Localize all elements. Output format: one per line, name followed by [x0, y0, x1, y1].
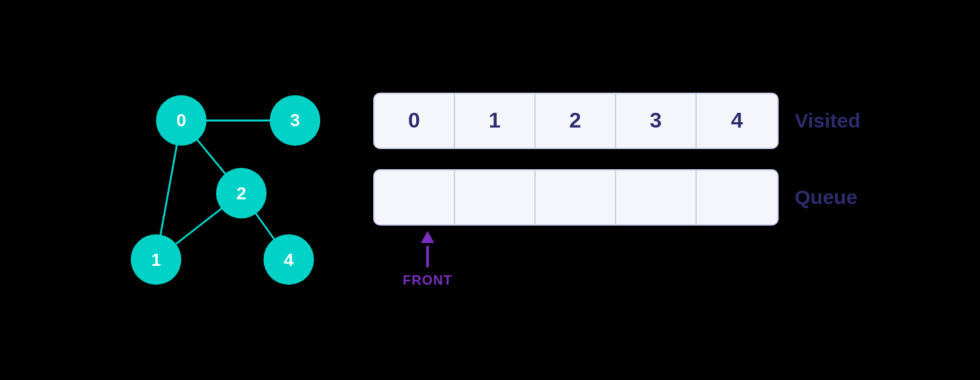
queue-cell-4: [697, 171, 777, 224]
right-panel: 0 1 2 3 4 Visited Queue: [373, 93, 862, 288]
visited-cell-3: 3: [616, 94, 697, 148]
front-arrow-wrapper: FRONT: [373, 231, 862, 288]
queue-section: Queue FRONT: [373, 169, 862, 288]
visited-cell-4: 4: [697, 94, 777, 148]
visited-row: 0 1 2 3 4 Visited: [373, 93, 862, 149]
visited-cell-1: 1: [455, 94, 536, 148]
queue-row: Queue: [373, 169, 862, 226]
visited-cell-2: 2: [536, 94, 616, 148]
queue-cell-2: [536, 171, 616, 224]
front-arrow: FRONT: [403, 231, 452, 288]
graph-svg: 0 3 2 1 4: [118, 62, 333, 318]
arrow-shaft-icon: [426, 246, 429, 267]
queue-cells: [373, 169, 779, 226]
svg-text:3: 3: [290, 110, 300, 130]
queue-cell-0: [375, 171, 455, 224]
svg-text:1: 1: [151, 250, 161, 270]
svg-text:0: 0: [177, 110, 187, 130]
main-container: 0 3 2 1 4 0 1 2 3 4 Visited: [91, 36, 889, 344]
queue-label: Queue: [795, 186, 862, 209]
graph-area: 0 3 2 1 4: [118, 62, 333, 318]
svg-text:2: 2: [236, 183, 246, 203]
visited-cells: 0 1 2 3 4: [373, 93, 779, 149]
queue-cell-3: [616, 171, 697, 224]
visited-label: Visited: [795, 109, 862, 132]
front-label: FRONT: [403, 273, 452, 288]
svg-text:4: 4: [284, 250, 294, 270]
arrow-head-icon: [421, 231, 434, 243]
queue-cell-1: [455, 171, 536, 224]
visited-cell-0: 0: [375, 94, 455, 148]
